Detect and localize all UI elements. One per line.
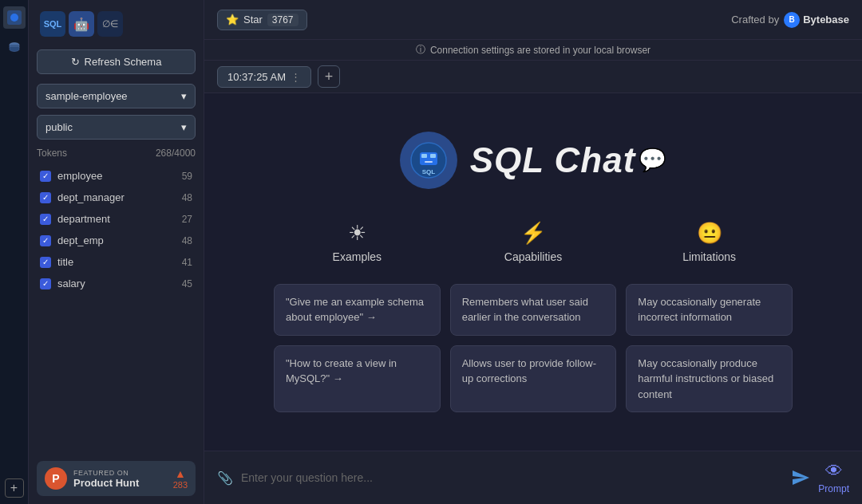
connection-notice: ⓘ Connection settings are stored in your…: [204, 40, 862, 61]
table-checkbox[interactable]: [40, 235, 51, 246]
db-dropdown-value: sample-employee: [45, 90, 128, 102]
table-checkbox[interactable]: [40, 257, 51, 268]
top-bar-right: Crafted by B Bytebase: [731, 12, 849, 28]
card-item-1-0[interactable]: Remembers what user said earlier in the …: [450, 284, 617, 336]
tab-bar: 10:37:25 AM ⋮ +: [204, 61, 862, 93]
top-bar: ⭐ Star 3767 Crafted by B Bytebase: [204, 0, 862, 40]
table-count: 48: [182, 192, 192, 203]
svg-text:SQL: SQL: [421, 168, 435, 175]
table-count: 59: [182, 171, 192, 182]
tab-add-button[interactable]: +: [318, 65, 340, 88]
chat-area: SQL SQL Chat 💬 ☀ Examples ⚡ Capabilities…: [204, 93, 862, 451]
tab-menu-icon: ⋮: [291, 71, 301, 83]
tokens-label: Tokens: [37, 148, 67, 159]
refresh-schema-button[interactable]: ↻ Refresh Schema: [37, 49, 196, 74]
tokens-value: 268/4000: [156, 148, 196, 159]
sql-title-container: SQL Chat 💬: [470, 140, 667, 180]
card-item-2-1[interactable]: May occasionally produce harmful instruc…: [626, 345, 793, 413]
star-badge[interactable]: ⭐ Star 3767: [217, 10, 307, 30]
table-item[interactable]: title 41: [37, 253, 196, 271]
table-list: employee 59 dept_manager 48 department 2…: [37, 167, 196, 293]
icon-bar: +: [0, 0, 29, 504]
product-hunt-logo: P: [45, 467, 67, 490]
card-item-0-1[interactable]: "How to create a view in MySQL?" →: [274, 345, 441, 413]
card-column-label: Limitations: [682, 250, 736, 263]
table-item[interactable]: dept_manager 48: [37, 188, 196, 207]
table-item[interactable]: salary 45: [37, 274, 196, 293]
table-count: 41: [182, 257, 192, 268]
ph-featured-label: FEATURED ON: [73, 469, 139, 477]
cards-grid: ☀ Examples ⚡ Capabilities 😐 Limitations …: [274, 215, 793, 413]
star-label: Star: [243, 14, 263, 26]
star-count: 3767: [267, 14, 299, 26]
card-item-0-0[interactable]: "Give me an example schema about employe…: [274, 284, 441, 336]
table-name: salary: [57, 278, 176, 289]
bytebase-name: Bytebase: [803, 14, 849, 26]
svg-rect-7: [425, 161, 433, 163]
schema-dropdown[interactable]: public ▾: [37, 115, 196, 140]
icon-bar-db[interactable]: [3, 37, 26, 59]
svg-point-1: [10, 14, 18, 22]
card-header-1: ⚡ Capabilities: [450, 215, 617, 274]
product-hunt-footer[interactable]: P FEATURED ON Product Hunt ▲ 283: [37, 461, 196, 496]
card-header-2: 😐 Limitations: [626, 215, 793, 274]
table-checkbox[interactable]: [40, 278, 51, 289]
tab-session[interactable]: 10:37:25 AM ⋮: [217, 66, 311, 88]
table-name: title: [57, 256, 176, 268]
table-item[interactable]: employee 59: [37, 167, 196, 185]
logo-code: ∅∈: [97, 11, 123, 37]
attach-icon: 📎: [217, 471, 233, 486]
logo-bot: 🤖: [69, 11, 94, 37]
tab-timestamp: 10:37:25 AM: [227, 71, 286, 83]
card-column-icon: ☀: [348, 221, 366, 246]
chevron-down-icon-2: ▾: [181, 121, 187, 133]
card-column-label: Capabilities: [504, 250, 562, 263]
card-item-1-1[interactable]: Allows user to provide follow-up correct…: [450, 345, 617, 413]
prompt-button[interactable]: 👁 Prompt: [818, 461, 849, 494]
sidebar-logo: SQL 🤖 ∅∈: [37, 8, 196, 40]
table-checkbox[interactable]: [40, 192, 51, 203]
sql-bot-avatar: SQL: [400, 132, 457, 189]
prompt-icon: 👁: [825, 461, 843, 482]
svg-rect-6: [430, 154, 436, 158]
card-column-icon: 😐: [697, 221, 722, 246]
table-name: employee: [57, 170, 176, 182]
sql-chat-header: SQL SQL Chat 💬: [400, 132, 667, 189]
table-name: department: [57, 213, 176, 225]
db-dropdown[interactable]: sample-employee ▾: [37, 84, 196, 108]
tokens-row: Tokens 268/4000: [37, 146, 196, 160]
send-button[interactable]: [791, 468, 810, 487]
refresh-icon: ↻: [71, 56, 80, 68]
table-item[interactable]: department 27: [37, 210, 196, 228]
info-icon: ⓘ: [416, 43, 425, 57]
ph-count: ▲ 283: [173, 467, 188, 490]
main-content: ⭐ Star 3767 Crafted by B Bytebase ⓘ Conn…: [204, 0, 862, 504]
table-name: dept_manager: [57, 191, 176, 203]
card-header-0: ☀ Examples: [274, 215, 441, 274]
card-item-2-0[interactable]: May occasionally generate incorrect info…: [626, 284, 793, 336]
logo-sql: SQL: [40, 11, 65, 37]
speech-bubbles-icon: 💬: [639, 147, 666, 173]
chevron-down-icon: ▾: [181, 90, 187, 102]
table-checkbox[interactable]: [40, 171, 51, 182]
bytebase-logo: B Bytebase: [784, 12, 849, 28]
chat-input[interactable]: [241, 471, 783, 484]
table-count: 48: [182, 235, 192, 246]
connection-notice-text: Connection settings are stored in your l…: [430, 45, 650, 56]
table-count: 45: [182, 278, 192, 289]
icon-bar-app[interactable]: [3, 6, 26, 29]
table-checkbox[interactable]: [40, 214, 51, 225]
star-icon: ⭐: [226, 14, 239, 26]
table-item[interactable]: dept_emp 48: [37, 231, 196, 250]
ph-name-label: Product Hunt: [73, 477, 139, 489]
bytebase-icon: B: [784, 12, 800, 28]
card-column-label: Examples: [333, 250, 382, 263]
refresh-label: Refresh Schema: [85, 56, 162, 68]
input-area: 📎 👁 Prompt: [204, 451, 862, 504]
product-hunt-text: FEATURED ON Product Hunt: [73, 469, 139, 489]
ph-arrow-icon: ▲: [175, 467, 186, 480]
card-column-icon: ⚡: [520, 221, 546, 246]
icon-bar-add[interactable]: +: [5, 478, 24, 498]
svg-rect-5: [421, 154, 427, 158]
sidebar: SQL 🤖 ∅∈ ↻ Refresh Schema sample-employe…: [29, 0, 204, 504]
